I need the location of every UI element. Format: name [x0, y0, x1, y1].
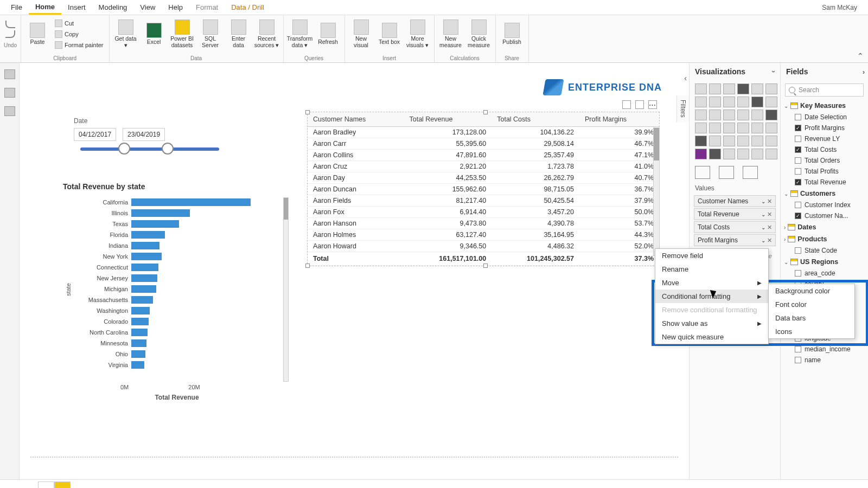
report-canvas[interactable]: ‹ Filters ENTERPRISE DNA Date 04/12/2017…	[20, 63, 689, 479]
chevron-down-icon[interactable]: ⌄	[761, 224, 765, 230]
field-item[interactable]: median_income	[781, 344, 868, 355]
menu-modeling[interactable]: Modeling	[92, 1, 134, 14]
field-item[interactable]: Date Selection	[781, 112, 868, 123]
bar-row[interactable]: Minnesota	[74, 338, 280, 348]
viz-type-icon[interactable]	[737, 84, 749, 94]
menu-file[interactable]: File	[4, 1, 29, 14]
viz-type-icon[interactable]	[737, 110, 749, 120]
bar-row[interactable]: Florida	[74, 230, 280, 240]
get-data-button[interactable]: Get data ▾	[113, 17, 139, 51]
field-well[interactable]: Total Costs⌄✕	[694, 221, 776, 233]
field-checkbox[interactable]	[795, 146, 801, 153]
table-column-header[interactable]: Customer Names	[308, 112, 404, 127]
field-table-group[interactable]: ⌄Key Measures	[781, 100, 868, 112]
more-visuals-button[interactable]: More visuals ▾	[405, 17, 431, 51]
report-view-icon[interactable]	[4, 69, 15, 79]
table-scrollbar[interactable]	[653, 127, 660, 256]
table-row[interactable]: Aaron Bradley173,128.00104,136.2239.9%	[308, 127, 659, 138]
ctx-move[interactable]: Move▶	[655, 276, 768, 290]
menu-help[interactable]: Help	[162, 1, 189, 14]
transform-data-button[interactable]: Transform data ▾	[287, 17, 313, 51]
field-item[interactable]: Total Orders	[781, 155, 868, 166]
bar-row[interactable]: Texas	[74, 219, 280, 229]
text-box-button[interactable]: Text box	[376, 17, 403, 51]
table-more-icon[interactable]: ⋯	[648, 100, 657, 109]
viz-type-icon[interactable]	[765, 97, 777, 107]
viz-type-icon[interactable]	[695, 84, 707, 94]
pbi-datasets-button[interactable]: Power BI datasets	[169, 17, 195, 51]
field-checkbox[interactable]	[795, 136, 801, 142]
viz-type-icon[interactable]	[737, 97, 749, 107]
field-table-group[interactable]: ›Products	[781, 233, 868, 245]
sub-background-color[interactable]: Background color	[769, 284, 854, 298]
filters-collapse-icon[interactable]: ‹	[684, 74, 687, 82]
field-table-group[interactable]: ⌄Customers	[781, 188, 868, 200]
bar-row[interactable]: Virginia	[74, 360, 280, 370]
field-item[interactable]: name	[781, 355, 868, 365]
table-visual[interactable]: ⋯ Customer NamesTotal RevenueTotal Costs…	[307, 112, 660, 266]
format-painter-button[interactable]: Format painter	[53, 40, 106, 50]
viz-type-icon[interactable]	[709, 84, 721, 94]
fields-tab-icon[interactable]	[695, 166, 710, 179]
viz-type-icon[interactable]	[695, 123, 707, 133]
field-checkbox[interactable]	[795, 247, 801, 254]
page-tab[interactable]	[38, 481, 54, 488]
field-well[interactable]: Profit Margins⌄✕	[694, 234, 776, 246]
bar-row[interactable]: Massachusetts	[74, 295, 280, 305]
table-row[interactable]: Aaron Fox6,914.403,457.2050.0%	[308, 207, 659, 218]
viz-type-icon[interactable]	[765, 123, 777, 133]
field-well[interactable]: Customer Names⌄✕	[694, 195, 776, 207]
viz-type-icon[interactable]	[723, 110, 735, 120]
format-tab-icon[interactable]	[719, 166, 734, 179]
bar-row[interactable]: North Carolina	[74, 328, 280, 337]
collapse-ribbon-button[interactable]: ⌃	[857, 52, 864, 60]
field-checkbox[interactable]	[795, 270, 801, 277]
bar-row[interactable]: New York	[74, 252, 280, 261]
bar-chart-visual[interactable]: Total Revenue by state state CaliforniaI…	[63, 182, 291, 415]
field-checkbox[interactable]	[795, 213, 801, 219]
field-checkbox[interactable]	[795, 157, 801, 164]
viz-type-icon[interactable]	[765, 136, 777, 146]
recent-sources-button[interactable]: Recent sources ▾	[254, 17, 280, 51]
table-column-header[interactable]: Total Costs	[492, 112, 579, 127]
refresh-button[interactable]: Refresh	[315, 17, 341, 51]
menu-format[interactable]: Format	[189, 1, 225, 14]
viz-type-icon[interactable]	[737, 136, 749, 146]
table-row[interactable]: Aaron Carr55,395.6029,508.1446.7%	[308, 138, 659, 150]
table-row[interactable]: Aaron Holmes63,127.4035,164.9544.3%	[308, 229, 659, 241]
field-item[interactable]: Profit Margins	[781, 123, 868, 133]
viz-type-icon[interactable]	[723, 84, 735, 94]
field-item[interactable]: Total Revenue	[781, 177, 868, 188]
field-well[interactable]: Total Revenue⌄✕	[694, 208, 776, 220]
viz-type-icon[interactable]	[723, 97, 735, 107]
field-item[interactable]: area_code	[781, 268, 868, 279]
table-filter-icon[interactable]	[622, 100, 631, 109]
bar-row[interactable]: Connecticut	[74, 262, 280, 272]
viz-type-icon[interactable]	[765, 110, 777, 120]
viz-type-icon[interactable]	[751, 110, 763, 120]
page-tab-active[interactable]	[54, 481, 71, 488]
new-visual-button[interactable]: New visual	[348, 17, 374, 51]
menu-home[interactable]: Home	[29, 1, 61, 15]
quick-measure-button[interactable]: Quick measure	[466, 17, 492, 51]
sub-font-color[interactable]: Font color	[769, 298, 854, 311]
ctx-new-quick-measure[interactable]: New quick measure	[655, 330, 768, 344]
viz-type-icon[interactable]	[709, 97, 721, 107]
field-checkbox[interactable]	[795, 346, 801, 352]
viz-type-icon[interactable]	[709, 110, 721, 120]
ctx-show-value-as[interactable]: Show value as▶	[655, 317, 768, 330]
field-item[interactable]: Total Profits	[781, 166, 868, 177]
field-checkbox[interactable]	[795, 357, 801, 363]
table-row[interactable]: Aaron Collins47,891.6025,357.4947.1%	[308, 150, 659, 161]
table-row[interactable]: Aaron Duncan155,962.6098,715.0536.7%	[308, 184, 659, 195]
viz-type-icon[interactable]	[765, 149, 777, 159]
remove-field-icon[interactable]: ✕	[767, 211, 772, 218]
viz-type-icon[interactable]	[709, 149, 721, 159]
viz-type-icon[interactable]	[737, 123, 749, 133]
field-item[interactable]: Revenue LY	[781, 133, 868, 144]
chevron-down-icon[interactable]: ⌄	[761, 237, 765, 243]
remove-field-icon[interactable]: ✕	[767, 224, 772, 231]
publish-button[interactable]: Publish	[499, 17, 525, 51]
model-view-icon[interactable]	[4, 106, 15, 116]
bar-row[interactable]: California	[74, 197, 280, 207]
